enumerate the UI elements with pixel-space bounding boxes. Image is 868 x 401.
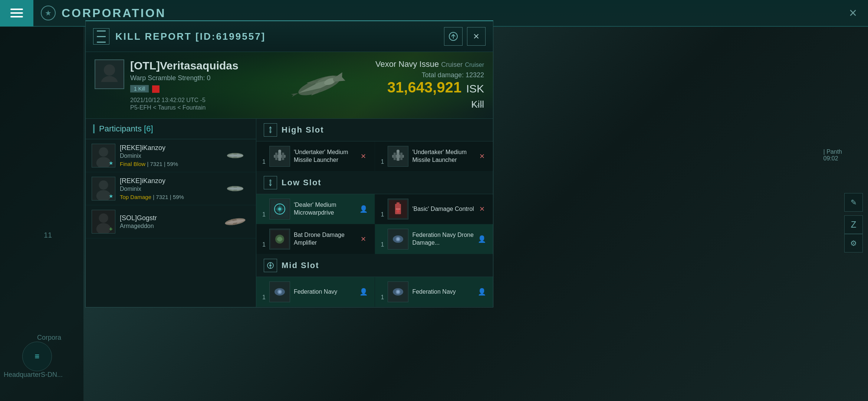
participant-ship-img-1 bbox=[220, 147, 250, 164]
ship-thumb-1 bbox=[220, 147, 250, 164]
participant-status-2: Top Damage | 7321 | 59% bbox=[120, 194, 217, 200]
participant-details-3: [SOL]Gogstr Armageddon bbox=[120, 214, 217, 229]
item-count: 1 bbox=[381, 294, 384, 302]
warp-strength: Warp Scramble Strength: 0 bbox=[130, 74, 239, 82]
item-close-1[interactable]: ✕ bbox=[358, 151, 369, 162]
hq-text: HeadquarterS-DN... bbox=[4, 371, 63, 379]
plus-badge-3: + bbox=[109, 226, 112, 232]
participant-stats-2: | 7321 | 59% bbox=[153, 194, 184, 200]
svg-rect-39 bbox=[278, 152, 281, 161]
left-overlay: 11 Corpora HeadquarterS-DN... ≡ bbox=[0, 27, 83, 401]
bottom-section: Participants [6] ★ bbox=[86, 119, 493, 307]
corporation-header: ★ CORPORATION bbox=[33, 6, 166, 20]
participants-count: [6] bbox=[144, 124, 153, 133]
item-count: 1 bbox=[262, 294, 266, 302]
participant-row[interactable]: + [SOL]Gogstr Armageddon bbox=[86, 205, 256, 238]
item-close-4[interactable]: ✕ bbox=[358, 234, 369, 244]
corp-badge-1: ★ bbox=[108, 160, 114, 166]
svg-point-77 bbox=[397, 291, 399, 293]
isk-unit: ISK bbox=[466, 82, 484, 95]
svg-point-65 bbox=[397, 238, 399, 240]
item-close-3[interactable]: ✕ bbox=[477, 204, 487, 214]
ship-name: Vexor Navy Issue bbox=[375, 59, 439, 69]
item-count: 1 bbox=[262, 159, 266, 167]
item-icon bbox=[269, 146, 290, 167]
item-count: 1 bbox=[381, 241, 384, 250]
bat-amplifier-svg bbox=[271, 230, 289, 248]
low-slot-svg bbox=[266, 178, 275, 187]
svg-point-58 bbox=[397, 210, 400, 213]
item-count: 1 bbox=[381, 211, 384, 219]
hamburger-menu-button[interactable] bbox=[0, 0, 33, 26]
svg-point-46 bbox=[397, 150, 400, 153]
header-bar-accent bbox=[93, 124, 95, 133]
participant-name-2: [REKE]iKanzoy bbox=[120, 177, 217, 185]
participant-row[interactable]: ★ [REKE]iKanzoy Dominix Final Blow | 732… bbox=[86, 139, 256, 172]
svg-rect-57 bbox=[396, 208, 400, 210]
high-slot-title: High Slot bbox=[282, 125, 324, 135]
red-dot bbox=[152, 85, 160, 93]
kill-report-dialog: KILL REPORT [ID:6199557] × [OTL]Veritasa… bbox=[85, 20, 493, 307]
item-icon-2 bbox=[388, 146, 408, 167]
dialog-menu-icon bbox=[97, 29, 106, 44]
svg-rect-44 bbox=[400, 153, 402, 160]
more-options-button[interactable]: ··· bbox=[472, 99, 484, 111]
ship-svg bbox=[264, 56, 375, 115]
participants-panel: Participants [6] ★ bbox=[86, 119, 256, 307]
missile-launcher-icon-2 bbox=[389, 147, 407, 165]
slot-item: 1 'Undertaker' Medium Missile Launcher ✕ bbox=[375, 141, 493, 172]
avatar-image bbox=[95, 59, 124, 89]
svg-point-40 bbox=[278, 150, 281, 153]
high-slot-items: 1 'Undertaker' Medium Missile Launcher ✕ bbox=[256, 141, 493, 172]
participant-avatar-3: + bbox=[92, 210, 115, 234]
mid-slot-header: Mid Slot bbox=[256, 254, 493, 277]
participants-header: Participants [6] bbox=[86, 119, 256, 139]
svg-rect-38 bbox=[282, 153, 284, 160]
settings-button[interactable]: ⚙ bbox=[844, 234, 863, 252]
kill-type: Kill bbox=[375, 99, 484, 110]
svg-point-14 bbox=[99, 147, 108, 157]
low-slot-row-2: 1 Bat Drone Damage Amplifier ✕ 1 bbox=[256, 224, 493, 254]
low-slot-title: Low Slot bbox=[282, 178, 322, 188]
item-name-2: 'Undertaker' Medium Missile Launcher bbox=[412, 149, 477, 164]
item-person-1[interactable]: 👤 bbox=[358, 204, 369, 214]
slot-item-dc: 1 'Basic' Damage Control ✕ bbox=[375, 194, 493, 224]
item-count: 1 bbox=[381, 159, 384, 167]
participant-ship-2: Dominix bbox=[120, 186, 217, 192]
dialog-title: KILL REPORT [ID:6199557] bbox=[115, 31, 444, 42]
item-close-2[interactable]: ✕ bbox=[477, 151, 487, 162]
ship-name-line: Vexor Navy Issue Cruiser Cruiser bbox=[375, 59, 484, 69]
item-person-3[interactable]: 👤 bbox=[358, 287, 369, 297]
dialog-title-actions: × bbox=[444, 27, 486, 46]
mid-slot-title: Mid Slot bbox=[282, 261, 319, 270]
ship-thumb-3 bbox=[220, 213, 250, 230]
svg-point-21 bbox=[99, 180, 108, 190]
participant-avatar: ★ bbox=[92, 144, 115, 167]
dialog-close-button[interactable]: × bbox=[467, 27, 486, 46]
pilot-info: [OTL]Veritasaquidas Warp Scramble Streng… bbox=[130, 59, 239, 111]
ship-class-label: Cruiser bbox=[465, 62, 484, 68]
ship-image bbox=[264, 56, 375, 115]
z-button[interactable]: Z bbox=[844, 215, 863, 234]
export-button[interactable] bbox=[444, 27, 463, 46]
fed-navy-svg-1 bbox=[271, 283, 289, 301]
corp-menu-button[interactable]: ≡ bbox=[22, 342, 52, 371]
dialog-menu-button[interactable] bbox=[93, 28, 109, 45]
high-slot-svg bbox=[266, 125, 275, 134]
fed-navy-icon-1 bbox=[269, 281, 290, 302]
top-close-button[interactable]: × bbox=[849, 5, 857, 21]
dc-name: 'Basic' Damage Control bbox=[412, 205, 477, 213]
low-slot-icon bbox=[264, 176, 277, 189]
star-icon: ★ bbox=[41, 6, 56, 20]
participant-row[interactable]: ★ [REKE]iKanzoy Dominix Top Damage | 732… bbox=[86, 172, 256, 205]
item-person-2[interactable]: 👤 bbox=[477, 234, 487, 244]
item-person-4[interactable]: 👤 bbox=[477, 287, 487, 297]
mid-slot-svg bbox=[266, 261, 275, 270]
corporation-title: CORPORATION bbox=[62, 6, 166, 20]
fed-navy-svg-2 bbox=[389, 283, 407, 301]
ship-class: Cruiser bbox=[441, 61, 463, 68]
edit-button[interactable]: ✎ bbox=[844, 193, 863, 212]
panth-label: | Panth09:02 bbox=[823, 149, 842, 162]
slot-item-mwd: 1 'Dealer' Medium Microwarpdrive 👤 bbox=[256, 194, 375, 224]
final-blow-label: Final Blow bbox=[120, 161, 145, 167]
